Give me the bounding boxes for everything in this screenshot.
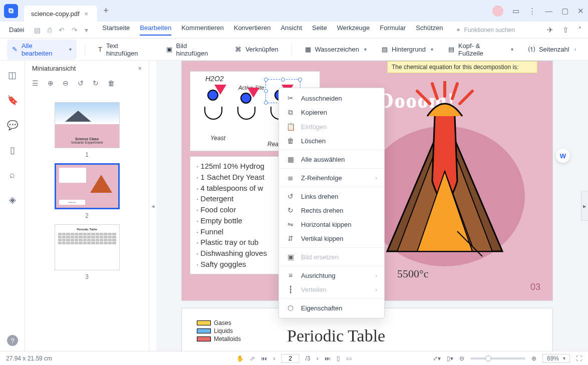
cloud-icon[interactable]: ⇧ [562,26,569,35]
add-image-button[interactable]: ▣ Bild hinzufügen [161,40,225,60]
fit-page-icon[interactable]: ▯▾ [447,355,453,362]
redo-icon[interactable]: ↷ [72,26,78,34]
comment-panel-icon[interactable]: 💬 [7,120,18,131]
collapse-ribbon-icon[interactable]: ˄ [578,26,582,35]
chevron-down-icon: ▾ [69,47,72,52]
context-menu: ✂Ausschneiden ⧉Kopieren 📋Einfügen 🗑Lösch… [278,88,385,318]
window-minimize-icon[interactable]: — [545,7,552,15]
tab-start[interactable]: Startseite [102,24,130,36]
expand-right-panel-handle[interactable]: ▸ [581,191,588,221]
thumbnail-tools: ☰ ⊕ ⊖ ↺ ↻ 🗑 [25,76,149,93]
next-page-icon[interactable]: › [317,355,319,362]
select-tool-icon[interactable]: ⬀ [250,355,255,362]
first-page-icon[interactable]: ⏮ [261,355,267,362]
zoom-value[interactable]: 69%▾ [542,354,570,363]
close-tab-icon[interactable]: × [85,10,89,18]
ctx-delete[interactable]: 🗑Löschen [279,134,384,148]
zoom-out-icon[interactable]: ⊖ [459,355,464,362]
function-search[interactable]: ✦ Funktionen suchen [456,27,514,34]
page-number-label: Seitenzahl [539,46,569,53]
ctx-rotate-left[interactable]: ↺Links drehen [279,189,384,203]
ctx-flip-h[interactable]: ⇋Horizontal kippen [279,217,384,231]
background-button[interactable]: ▨ Hintergrund ▾ [377,43,438,56]
close-panel-icon[interactable]: × [138,65,142,72]
list-icon[interactable]: ☰ [32,79,39,87]
ctx-rotate-right[interactable]: ↻Rechts drehen [279,203,384,217]
tab-protect[interactable]: Schützen [416,24,443,36]
window-maximize-icon[interactable]: ▢ [561,7,568,16]
trash-icon: 🗑 [286,137,295,145]
attachment-icon[interactable]: ▯ [10,145,15,156]
tab-comment[interactable]: Kommentieren [181,24,224,36]
fullscreen-icon[interactable]: ⛶ [576,355,582,362]
collapse-panel-handle[interactable]: ◂ [149,61,156,351]
page-number-button[interactable]: ⑴ Seitenzahl › [523,43,581,57]
undo-icon[interactable]: ↶ [59,26,65,34]
ctx-distribute: ┇Verteilen› [279,282,384,296]
ctx-z-order[interactable]: ≣Z-Reihenfolge› [279,171,384,185]
tab-form[interactable]: Formular [380,24,406,36]
panel-toggle-icon[interactable]: ◫ [8,70,17,81]
tab-view[interactable]: Ansicht [280,24,302,36]
thumbnail-page-2[interactable]: • • • • • 2 [55,163,120,219]
word-export-button[interactable]: W [556,149,570,163]
fit-width-icon[interactable]: ⤢▾ [433,355,441,362]
avatar[interactable] [492,6,503,17]
tab-page[interactable]: Seite [312,24,327,36]
page-layout-icon[interactable]: ▯ [337,355,340,362]
dropdown-icon[interactable]: ▾ [85,26,88,34]
zoom-out-icon[interactable]: ⊖ [63,79,69,87]
thumb-number: 2 [55,212,120,219]
search-icon[interactable]: ⌕ [10,170,15,180]
document-tab[interactable]: science-copy.pdf × [24,6,97,22]
rotate-cw-icon[interactable]: ↻ [93,79,99,87]
more-icon[interactable]: ⋮ [528,7,536,16]
add-text-button[interactable]: T Text hinzufügen [93,40,156,60]
watermark-button[interactable]: ▦ Wasserzeichen ▾ [300,43,372,56]
ctx-properties[interactable]: ⬡Eigenschaften [279,301,384,315]
ctx-select-all[interactable]: ▦Alle auswählen [279,152,384,166]
thumbnail-page-3[interactable]: Periodic Table 3 [55,224,120,280]
header-footer-button[interactable]: ▤ Kopf- & Fußzeile ▾ [443,40,518,60]
chevron-right-icon: › [375,272,377,278]
new-tab-button[interactable]: + [103,6,109,16]
header-footer-icon: ▤ [448,46,454,53]
chat-icon[interactable]: ▭ [512,7,519,16]
ctx-paste: 📋Einfügen [279,120,384,134]
zoom-in-icon[interactable]: ⊕ [48,79,54,87]
file-menu[interactable]: Datei [6,26,27,34]
tab-convert[interactable]: Konvertieren [234,24,271,36]
ctx-replace-image: ▣Bild ersetzen [279,250,384,264]
tab-tools[interactable]: Werkzeuge [337,24,370,36]
add-text-label: Text hinzufügen [106,42,151,57]
ctx-cut[interactable]: ✂Ausschneiden [279,91,384,105]
last-page-icon[interactable]: ⏭ [325,355,331,362]
watermark-icon: ▦ [305,46,311,53]
page-input[interactable] [281,354,299,363]
link-button[interactable]: ⌘ Verknüpfen [230,43,283,56]
layers-icon[interactable]: ◈ [9,194,16,205]
hand-tool-icon[interactable]: ✋ [236,355,244,362]
tab-edit[interactable]: Bearbeiten [140,24,171,36]
thumbnail-list: Science ClassVolcanic Experiment 1 • • •… [25,93,149,351]
ctx-flip-v[interactable]: ⇵Vertikal kippen [279,231,384,245]
ctx-align[interactable]: ≡Ausrichtung› [279,268,384,282]
prev-page-icon[interactable]: ‹ [273,355,275,362]
zoom-slider[interactable] [470,357,525,359]
scissors-icon: ✂ [286,94,295,102]
save-icon[interactable]: ▤ [34,26,41,34]
chevron-right-icon: › [375,286,377,292]
help-icon[interactable]: ? [7,335,18,346]
bookmark-icon[interactable]: 🔖 [7,95,18,106]
window-close-icon[interactable]: ✕ [577,7,584,16]
trash-icon[interactable]: 🗑 [108,79,115,87]
print-icon[interactable]: ⎙ [48,26,52,34]
zoom-in-icon[interactable]: ⊕ [531,355,536,362]
edit-all-button[interactable]: ✎ Alle bearbeiten ▾ [7,40,77,60]
thumbnail-page-1[interactable]: Science ClassVolcanic Experiment 1 [55,102,120,158]
share-icon[interactable]: ✈ [547,26,553,35]
read-mode-icon[interactable]: ▭ [346,355,352,362]
ctx-copy[interactable]: ⧉Kopieren [279,105,384,120]
rotate-ccw-icon[interactable]: ↺ [78,79,84,87]
separator [279,298,384,299]
